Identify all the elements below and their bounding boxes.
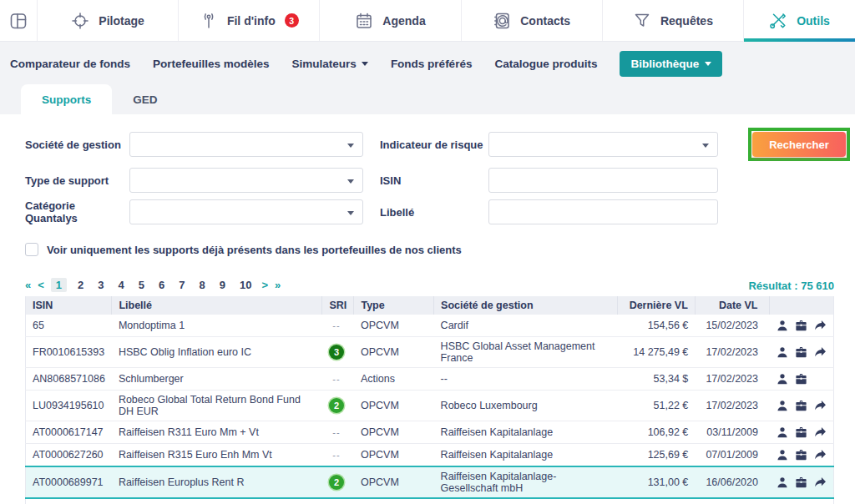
col-type[interactable]: Type [354,296,434,315]
page-button-7[interactable]: 7 [175,278,188,292]
page-button-6[interactable]: 6 [155,278,168,292]
nav-item-pilotage[interactable]: Pilotage [38,0,179,41]
page-button-9[interactable]: 9 [216,278,229,292]
share-icon[interactable] [814,400,827,411]
table-row[interactable]: AT0000627260 Raiffeisen R315 Euro Enh Mm… [26,444,834,467]
user-icon[interactable] [777,426,788,438]
cell-isin: AT0000617147 [26,421,112,444]
page-button-5[interactable]: 5 [135,278,148,292]
cell-libelle[interactable]: Raiffeisen-ESG-Euro-Corporates (R) A [112,498,322,504]
table-row[interactable]: AN8068571086 Schlumberger -- Actions -- … [26,368,834,391]
nav-item-fil-dinfo[interactable]: Fil d'info 3 [179,0,320,41]
share-icon[interactable] [814,426,827,438]
app-logo[interactable] [0,0,38,41]
search-highlight-annotation: Rechercher [748,128,850,161]
subnav-portefeuilles[interactable]: Portefeuilles modèles [153,58,270,70]
cell-isin: LU0934195610 [26,391,112,421]
indicateur-risque-select[interactable] [488,132,718,157]
nav-item-agenda[interactable]: Agenda [320,0,461,41]
col-isin[interactable]: ISIN [26,296,112,315]
portfolio-icon[interactable] [795,426,807,438]
cell-date-vl: 17/02/2023 [695,337,770,368]
bibliotheque-button[interactable]: Bibliothèque [620,51,722,77]
rechercher-button[interactable]: Rechercher [752,132,846,157]
user-icon[interactable] [777,449,788,461]
table-row[interactable]: AT0000689971 Raiffeisen Europlus Rent R … [26,466,834,498]
notification-badge: 3 [285,13,299,28]
page-button-2[interactable]: 2 [74,278,87,292]
share-icon[interactable] [814,476,827,488]
col-actions [770,296,834,315]
user-icon[interactable] [777,346,788,358]
page-button-3[interactable]: 3 [94,278,107,292]
share-icon[interactable] [814,449,827,461]
cell-libelle[interactable]: Raiffeisen Europlus Rent R [112,466,322,498]
nav-label: Contacts [520,14,570,28]
user-icon[interactable] [777,320,788,331]
col-date-vl[interactable]: Date VL [695,296,770,315]
cell-libelle[interactable]: Robeco Global Total Return Bond Fund DH … [112,391,322,421]
col-societe[interactable]: Société de gestion [434,296,617,315]
page-button-1[interactable]: 1 [51,278,67,292]
share-icon[interactable] [814,320,827,331]
portfolio-icon[interactable] [795,476,807,488]
cell-libelle[interactable]: Raiffeisen R311 Euro Mm + Vt [112,421,322,444]
subnav-label: Portefeuilles modèles [153,58,270,70]
categorie-quantalys-select[interactable] [129,199,363,224]
cell-libelle[interactable]: Schlumberger [112,368,322,391]
target-icon [71,12,89,30]
cell-libelle[interactable]: HSBC Oblig Inflation euro IC [112,337,322,368]
indicateur-risque-label: Indicateur de risque [363,139,488,151]
table-row[interactable]: FR0010615393 HSBC Oblig Inflation euro I… [26,337,834,368]
user-icon[interactable] [777,476,788,488]
isin-input[interactable] [489,169,717,192]
portfolio-icon[interactable] [795,320,807,331]
cell-libelle[interactable]: Mondoptima 1 [112,315,322,337]
table-row[interactable]: LU0934195610 Robeco Global Total Return … [26,391,834,421]
table-row[interactable]: 65 Mondoptima 1 -- OPCVM Cardif 154,56 €… [26,315,834,337]
col-libelle[interactable]: Libellé [112,296,322,315]
cell-actions [770,391,834,421]
page-button-10[interactable]: 10 [236,278,255,292]
share-icon[interactable] [814,346,827,358]
cell-actions [770,315,834,337]
table-body: 65 Mondoptima 1 -- OPCVM Cardif 154,56 €… [26,315,834,504]
caret-down-icon [705,62,711,66]
portfolio-icon[interactable] [795,373,807,385]
tab-ged[interactable]: GED [112,84,178,114]
prev-page-button[interactable]: < [38,279,44,291]
tab-supports[interactable]: Supports [21,84,112,114]
portfolio-icon[interactable] [795,400,807,411]
subnav-fonds-preferes[interactable]: Fonds préférés [391,58,473,70]
user-icon[interactable] [777,400,788,411]
cell-libelle[interactable]: Raiffeisen R315 Euro Enh Mm Vt [112,444,322,467]
table-row[interactable]: AT0000712518 Raiffeisen-ESG-Euro-Corpora… [26,498,834,504]
cell-actions [770,466,834,498]
nav-item-outils[interactable]: Outils [744,0,855,41]
nav-item-contacts[interactable]: Contacts [462,0,603,41]
cell-isin: 65 [26,315,112,337]
subnav-label: Catalogue produits [494,58,597,70]
cell-sri: -- [322,315,354,337]
next-page-button[interactable]: > [261,279,268,291]
first-page-button[interactable]: « [25,279,31,291]
page-button-8[interactable]: 8 [195,278,208,292]
last-page-button[interactable]: » [275,279,281,291]
societe-gestion-select[interactable] [129,132,363,157]
page-button-4[interactable]: 4 [115,278,128,292]
type-support-select[interactable] [129,168,363,193]
portfolio-icon[interactable] [795,449,807,461]
subnav-simulateurs[interactable]: Simulateurs [292,58,368,70]
table-row[interactable]: AT0000617147 Raiffeisen R311 Euro Mm + V… [26,421,834,444]
col-sri[interactable]: SRI [322,296,354,315]
portfolio-icon[interactable] [795,346,807,358]
subnav-catalogue[interactable]: Catalogue produits [494,58,597,70]
nav-item-requetes[interactable]: Requêtes [603,0,744,41]
col-derniere-vl[interactable]: Dernière VL [617,296,695,315]
cell-actions [770,368,834,391]
user-icon[interactable] [777,373,788,385]
subnav-comparateur[interactable]: Comparateur de fonds [10,58,130,70]
cell-type: OPCVM [354,444,434,467]
only-client-supports-checkbox[interactable] [25,243,38,256]
libelle-input[interactable] [489,200,717,224]
